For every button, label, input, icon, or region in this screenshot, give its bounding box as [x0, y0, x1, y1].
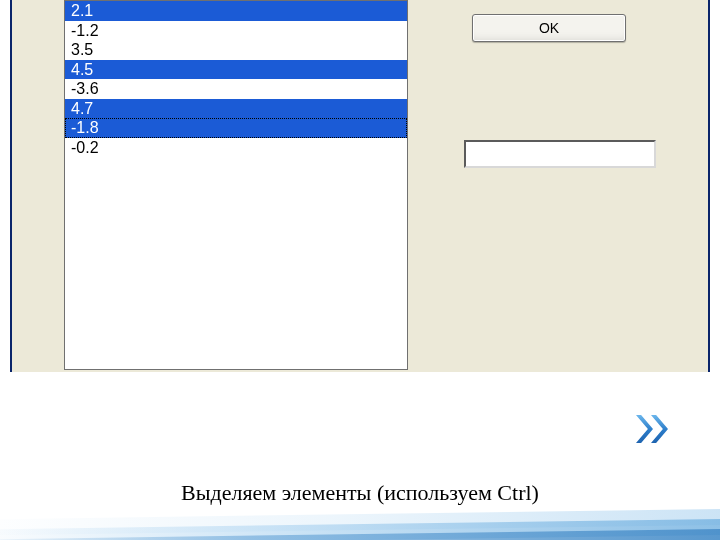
list-item-label: -0.2 — [71, 139, 99, 156]
list-item-label: 2.1 — [71, 2, 93, 19]
ok-button-label: OK — [539, 20, 559, 36]
list-item-label: -1.8 — [71, 119, 99, 136]
slide: 2.1-1.23.54.5-3.64.7-1.8-0.2 OK Выделяем… — [0, 0, 720, 540]
list-item-label: 4.5 — [71, 61, 93, 78]
list-item[interactable]: 4.7 — [65, 99, 407, 119]
chevron-right-icon — [651, 415, 668, 443]
caption: Выделяем элементы (используем Ctrl) — [0, 480, 720, 506]
next-icon[interactable] — [636, 413, 676, 445]
list-item[interactable]: -0.2 — [65, 138, 407, 158]
decorative-swoosh — [0, 504, 720, 540]
list-item[interactable]: 4.5 — [65, 60, 407, 80]
dialog-window: 2.1-1.23.54.5-3.64.7-1.8-0.2 OK — [10, 0, 710, 372]
ok-button[interactable]: OK — [472, 14, 626, 42]
list-item[interactable]: 3.5 — [65, 40, 407, 60]
chevron-right-icon — [636, 415, 653, 443]
list-item[interactable]: 2.1 — [65, 1, 407, 21]
list-item[interactable]: -1.8 — [65, 118, 407, 138]
listbox[interactable]: 2.1-1.23.54.5-3.64.7-1.8-0.2 — [64, 0, 408, 370]
list-item-label: 3.5 — [71, 41, 93, 58]
list-item[interactable]: -3.6 — [65, 79, 407, 99]
list-item-label: 4.7 — [71, 100, 93, 117]
list-item-label: -1.2 — [71, 22, 99, 39]
list-item-label: -3.6 — [71, 80, 99, 97]
list-item[interactable]: -1.2 — [65, 21, 407, 41]
edit-field[interactable] — [464, 140, 656, 168]
